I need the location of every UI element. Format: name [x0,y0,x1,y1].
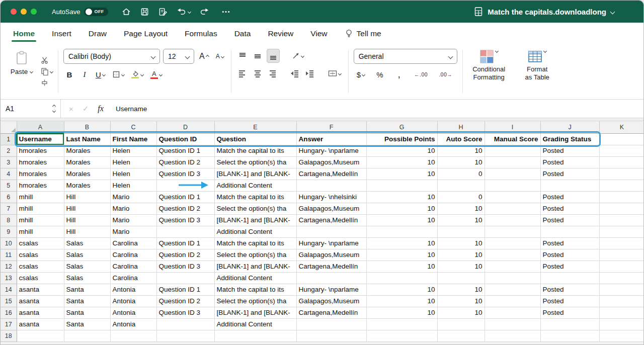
cell-H13[interactable] [437,272,485,284]
column-header-J[interactable]: J [540,121,599,133]
cell-B17[interactable]: Santa [64,318,110,330]
cell-J12[interactable]: Posted [540,261,599,272]
cell-K3[interactable] [599,156,643,168]
row-header-12[interactable]: 12 [1,261,17,272]
cell-A2[interactable]: hmorales [17,145,64,156]
merge-center-dropdown-icon[interactable] [338,71,342,75]
cell-D8[interactable]: Question ID 3 [156,214,214,226]
cell-A4[interactable]: hmorales [17,168,64,180]
undo-dropdown-icon[interactable] [188,10,191,13]
cell-D6[interactable]: Question ID 1 [156,191,214,203]
row-header-1[interactable]: 1 [1,133,17,145]
row-header-11[interactable]: 11 [1,249,17,261]
cell-E1[interactable]: Question [214,133,296,145]
align-bottom-button[interactable] [267,49,280,63]
cell-H9[interactable] [437,226,485,237]
cell-B16[interactable]: Santa [64,307,110,318]
borders-dropdown-icon[interactable] [121,72,125,76]
cell-F4[interactable]: Cartagena,Medellín [296,168,366,180]
cancel-icon[interactable]: × [69,105,73,113]
underline-dropdown-icon[interactable] [102,72,106,76]
paste-dropdown-icon[interactable] [30,70,33,73]
row-header-17[interactable]: 17 [1,318,17,330]
conditional-formatting-button[interactable]: ConditionalFormatting [468,50,510,82]
cell-H7[interactable]: 10 [437,203,485,214]
cell-G17[interactable] [366,318,437,330]
cell-A3[interactable]: hmorales [17,156,64,168]
fill-color-dropdown-icon[interactable] [140,72,144,76]
cell-I7[interactable] [485,203,540,214]
cell-B4[interactable]: Morales [64,168,110,180]
cell-I11[interactable] [485,249,540,261]
tab-insert[interactable]: Insert [51,24,72,44]
cell-B11[interactable]: Salas [64,249,110,261]
number-format-select[interactable]: General [354,49,457,64]
orientation-button[interactable] [290,49,306,63]
cell-H10[interactable]: 10 [437,237,485,249]
cell-E13[interactable]: Additional Content [214,272,296,284]
cell-B5[interactable]: Morales [64,180,110,191]
tab-page-layout[interactable]: Page Layout [123,24,168,44]
cell-G18[interactable] [366,330,437,341]
decrease-indent-button[interactable] [289,66,301,80]
cell-F13[interactable] [296,272,366,284]
align-center-button[interactable] [252,66,264,80]
cell-H16[interactable]: 10 [437,307,485,318]
row-header-8[interactable]: 8 [1,214,17,226]
bold-button[interactable]: B [63,67,75,81]
cell-F9[interactable] [296,226,366,237]
cell-C3[interactable]: Helen [110,156,156,168]
cell-H6[interactable]: 0 [437,191,485,203]
cell-D17[interactable] [156,318,214,330]
column-header-H[interactable]: H [437,121,485,133]
cell-E8[interactable]: [BLANK-1] and [BLANK- [214,214,296,226]
cell-G1[interactable]: Possible Points [366,133,437,145]
format-painter-button[interactable] [41,79,53,87]
decrease-font-size-button[interactable]: A [214,49,226,63]
cell-D7[interactable]: Question ID 2 [156,203,214,214]
column-header-I[interactable]: I [485,121,540,133]
save-button[interactable] [140,7,149,17]
cell-D18[interactable] [156,330,214,341]
cell-C1[interactable]: First Name [110,133,156,145]
cell-C12[interactable]: Carolina [110,261,156,272]
font-name-dropdown-icon[interactable] [151,54,156,59]
cell-G5[interactable] [366,180,437,191]
cell-B14[interactable]: Santa [64,284,110,295]
tab-draw[interactable]: Draw [88,24,107,44]
format-as-table-button[interactable]: Formatas Table [516,50,558,82]
cell-C17[interactable]: Antonia [110,318,156,330]
align-right-button[interactable] [267,66,279,80]
cell-D9[interactable] [156,226,214,237]
cell-F6[interactable]: Hungary- \nhelsinki [296,191,366,203]
copy-button[interactable] [41,67,53,75]
cell-C9[interactable]: Mario [110,226,156,237]
comma-style-button[interactable]: , [393,67,405,81]
column-header-F[interactable]: F [296,121,366,133]
cell-E15[interactable]: Select the option(s) tha [214,295,296,307]
cell-G9[interactable] [366,226,437,237]
cell-K6[interactable] [599,191,643,203]
column-header-C[interactable]: C [110,121,156,133]
cell-C2[interactable]: Helen [110,145,156,156]
insert-function-icon[interactable]: fx [98,104,104,113]
italic-button[interactable]: I [78,67,91,81]
cell-I16[interactable] [485,307,540,318]
cell-A15[interactable]: asanta [17,295,64,307]
increase-font-size-button[interactable]: A [197,49,211,63]
cell-E17[interactable]: Additional Content [214,318,296,330]
increase-indent-button[interactable] [304,66,316,80]
title-chevron-icon[interactable] [610,9,615,14]
row-header-4[interactable]: 4 [1,168,17,180]
cell-D4[interactable]: Question ID 3 [156,168,214,180]
column-header-G[interactable]: G [366,121,437,133]
cell-G3[interactable]: 10 [366,156,437,168]
cell-F1[interactable]: Answer [296,133,366,145]
cell-I5[interactable] [485,180,540,191]
cell-F5[interactable] [296,180,366,191]
row-header-16[interactable]: 16 [1,307,17,318]
cell-F14[interactable]: Hungary- \nparlame [296,284,366,295]
cell-G10[interactable]: 10 [366,237,437,249]
cell-F2[interactable]: Hungary- \nparlame [296,145,366,156]
column-header-K[interactable]: K [599,121,643,133]
